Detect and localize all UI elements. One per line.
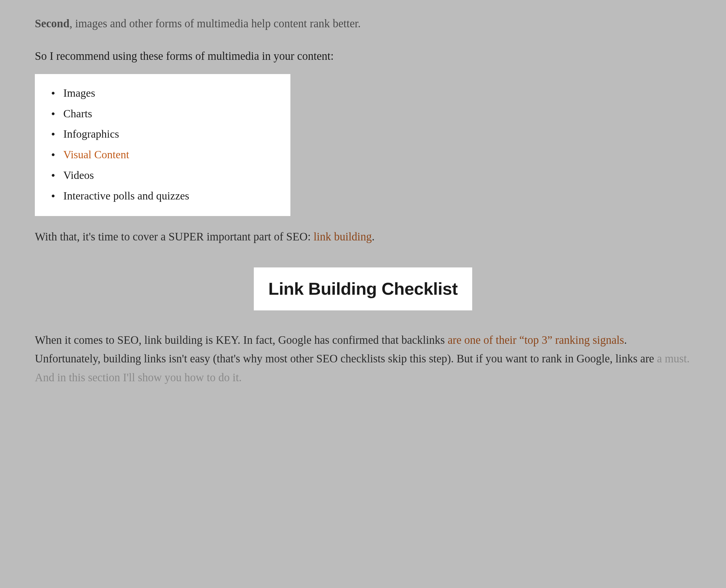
list-item: Videos [63,165,276,186]
multimedia-list-box: Images Charts Infographics Visual Conten… [35,74,290,216]
para4-part1: When it comes to SEO, link building is K… [35,334,448,346]
multimedia-list: Images Charts Infographics Visual Conten… [49,83,276,206]
para1-rest: , images and other forms of multimedia h… [69,17,361,29]
paragraph-second: Second, images and other forms of multim… [35,15,691,33]
para3-after: . [372,230,375,243]
paragraph-transition: With that, it's time to cover a SUPER im… [35,228,691,246]
link-top3-signals[interactable]: are one of their “top 3” ranking signals [448,334,624,346]
paragraph-recommend: So I recommend using these forms of mult… [35,47,691,65]
list-item: Interactive polls and quizzes [63,186,276,206]
section-heading: Link Building Checklist [268,275,458,303]
paragraph-linkbuilding: When it comes to SEO, link building is K… [35,331,691,387]
list-item: Charts [63,103,276,124]
list-item-link[interactable]: Visual Content [63,144,276,165]
bold-second: Second [35,17,69,29]
para3-before: With that, it's time to cover a SUPER im… [35,230,314,243]
link-link-building[interactable]: link building [314,230,372,243]
list-item: Infographics [63,124,276,144]
heading-box: Link Building Checklist [254,268,472,310]
heading-wrapper: Link Building Checklist [35,268,691,331]
list-item: Images [63,83,276,103]
